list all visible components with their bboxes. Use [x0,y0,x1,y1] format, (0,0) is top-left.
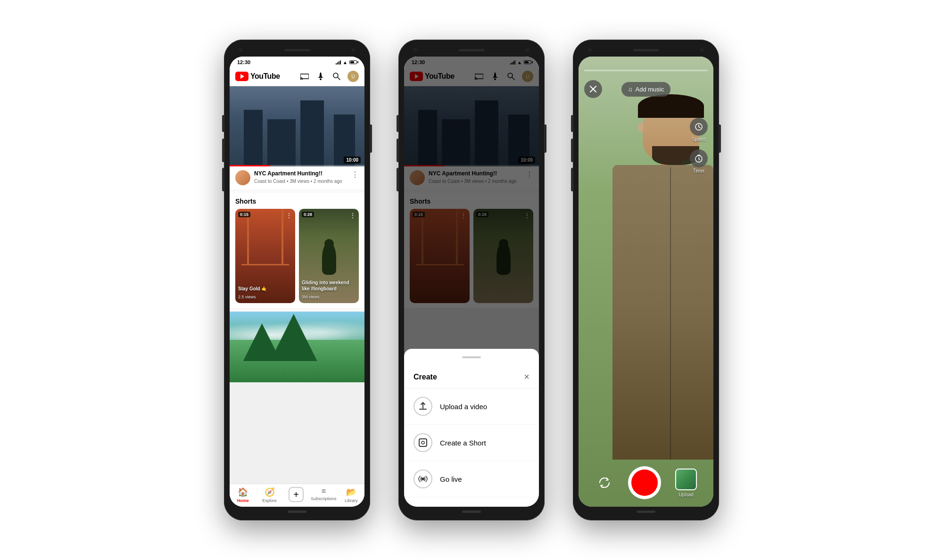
speed-control-3[interactable]: Speed [690,118,708,142]
subs-label-1: Subscriptions [311,496,336,501]
subs-icon-1: ≡ [322,487,326,495]
youtube-app-1: 12:30 ▲ You [230,57,364,507]
flip-camera-btn-3[interactable] [595,473,614,492]
explore-icon-1: 🧭 [265,487,275,497]
progress-bar-fill-1 [230,165,270,166]
yt-logo-text-1: YouTube [250,72,280,81]
phone-2: 12:30 ▲ YouT [398,40,545,520]
modal-upload-item-2[interactable]: Upload a video [404,388,539,425]
yt-logo-icon-1 [235,72,248,81]
upload-thumb-3 [675,469,697,490]
short-2-duration: 0:28 [302,212,314,217]
video-info-1: NYC Apartment Hunting!! Coast to Coast •… [230,166,364,189]
phone-1-screen: 12:30 ▲ You [230,57,364,507]
modal-short-label-2: Create a Short [440,439,486,447]
speed-icon-3 [690,118,708,136]
short-2-views: 3M views [302,295,320,299]
explore-label-1: Explore [262,498,277,503]
short-2-more[interactable]: ⋮ [349,212,356,219]
video-subtitle-1: Coast to Coast • 3M views • 2 months ago [254,179,347,184]
modal-title-2: Create [414,373,437,381]
svg-point-2 [320,78,322,80]
camera-bottom-bar-3: Upload [579,466,713,499]
nav-home-1[interactable]: 🏠 Home [231,487,255,503]
yt-header-1: YouTube [230,67,364,86]
camera-right-controls-3: Speed Timer [690,118,708,173]
status-time-1: 12:30 [237,59,250,65]
short-card-2[interactable]: 0:28 ⋮ Gliding into weekend like #longbo… [299,209,359,303]
modal-close-btn-2[interactable]: × [524,371,529,382]
shorts-grid-1: 0:15 ⋮ Stay Gold 🤙 2.5 views 0:28 ⋮ [235,209,359,303]
short-2-title: Gliding into weekend like #longboard [302,280,356,292]
search-icon-1[interactable] [331,71,342,82]
record-btn-inner-3 [631,469,658,496]
modal-upload-label-2: Upload a video [440,403,487,411]
channel-avatar-1 [235,170,250,185]
nav-create-1[interactable]: + [284,487,308,503]
speed-label-3: Speed [692,137,706,142]
video-meta-1: NYC Apartment Hunting!! Coast to Coast •… [254,170,347,184]
video-thumbnail-1[interactable]: 10:00 [230,86,364,166]
svg-point-11 [422,441,424,444]
modal-handle-2 [462,356,481,358]
user-avatar-1[interactable]: U [347,71,359,82]
modal-live-item-2[interactable]: Go live [404,461,539,497]
library-icon-1: 📂 [346,487,356,497]
camera-view-3: ♫ Add music Speed [579,57,713,507]
landscape-section-1 [230,312,364,382]
music-note-icon-3: ♫ [628,86,633,93]
timer-control-3[interactable]: Timer [690,149,708,173]
phone-3-screen: ♫ Add music Speed [579,57,713,507]
video-thumb-bg-1 [230,86,364,166]
phone-1: 12:30 ▲ You [224,40,370,520]
svg-line-4 [338,77,340,80]
status-bar-1: 12:30 ▲ [230,57,364,67]
battery-icon-1 [349,60,357,64]
short-card-1[interactable]: 0:15 ⋮ Stay Gold 🤙 2.5 views [235,209,295,303]
phone-2-screen: 12:30 ▲ YouT [404,57,539,507]
camera-close-btn-3[interactable] [584,80,602,98]
short-1-title: Stay Gold 🤙 [238,286,292,292]
svg-rect-10 [419,439,427,446]
create-modal-2: Create × Upload a video [404,349,539,507]
wifi-icon-1: ▲ [343,60,347,65]
progress-bar-1 [230,165,364,166]
nav-subs-1[interactable]: ≡ Subscriptions [311,487,336,503]
add-music-btn-3[interactable]: ♫ Add music [621,82,670,97]
home-label-1: Home [237,498,249,503]
modal-header-2: Create × [404,364,539,388]
nav-explore-1[interactable]: 🧭 Explore [258,487,281,503]
header-icons-1: U [299,71,359,82]
cast-icon-1[interactable] [299,71,310,82]
library-label-1: Library [345,498,358,503]
nav-library-1[interactable]: 📂 Library [339,487,363,503]
upload-label-3: Upload [678,492,694,497]
more-icon-1[interactable]: ⋮ [351,170,359,179]
shorts-title-1: Shorts [235,198,359,205]
live-icon-2 [414,469,432,488]
short-1-views: 2.5 views [238,295,256,299]
upload-icon-2 [414,397,432,416]
create-icon-1[interactable]: + [289,487,304,502]
shorts-section-1: Shorts 0:15 ⋮ Stay Gold 🤙 2.5 view [230,193,364,308]
notification-icon-1[interactable] [315,71,326,82]
timer-label-3: Timer [693,168,704,173]
video-title-1: NYC Apartment Hunting!! [254,170,347,178]
short-icon-2 [414,433,432,452]
modal-live-label-2: Go live [440,475,462,483]
svg-point-12 [422,478,424,480]
phone-3: ♫ Add music Speed [573,40,719,520]
short-1-more[interactable]: ⋮ [286,212,292,219]
video-duration-1: 10:00 [344,156,361,164]
record-btn-3[interactable] [628,466,661,499]
bottom-nav-1: 🏠 Home 🧭 Explore + ≡ Subscriptions 📂 Lib… [230,484,364,507]
youtube-logo-1: YouTube [235,72,280,81]
upload-btn-3[interactable]: Upload [675,469,697,497]
signal-icon-1 [336,60,341,65]
home-icon-1: 🏠 [238,487,248,497]
status-icons-1: ▲ [336,60,357,65]
modal-short-item-2[interactable]: Create a Short [404,425,539,461]
camera-top-bar-3: ♫ Add music [579,57,713,102]
add-music-label-3: Add music [636,86,664,93]
short-1-duration: 0:15 [238,212,250,217]
